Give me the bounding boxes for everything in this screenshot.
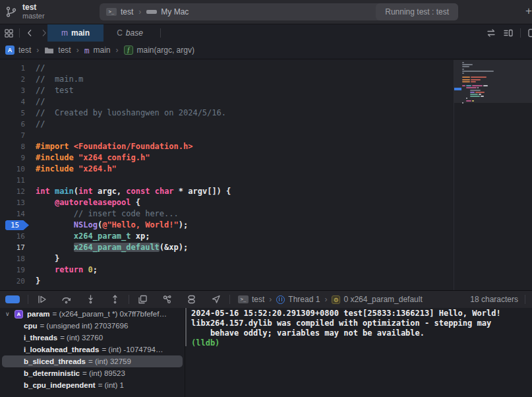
- line-number[interactable]: 12: [0, 186, 30, 197]
- scheme-target-label[interactable]: test: [121, 7, 133, 16]
- variable-row[interactable]: i_lookahead_threads= (int) -1074794…: [2, 344, 183, 355]
- line-number[interactable]: 6: [0, 119, 30, 130]
- code-editor[interactable]: 1//2// main.m3// test4//5// Created by l…: [0, 60, 532, 290]
- minimap-line: [470, 90, 481, 91]
- swap-editor-icon[interactable]: [486, 28, 496, 38]
- jumpbar-item-file[interactable]: main: [94, 46, 111, 55]
- line-number[interactable]: 14: [0, 208, 30, 220]
- step-into-button[interactable]: [85, 294, 96, 305]
- code-line[interactable]: 5// Created by luoshangwen on 2024/5/16.: [0, 107, 454, 119]
- chevron-separator: ›: [115, 46, 120, 55]
- jumpbar-item-project[interactable]: test: [18, 46, 31, 55]
- back-chevron-icon[interactable]: [25, 28, 34, 38]
- code-line[interactable]: 14 // insert code here...: [0, 208, 454, 220]
- code-line[interactable]: 11: [0, 175, 454, 186]
- variable-row[interactable]: ∨Aparam= (x264_param_t *) 0x7ff7bfefef…: [2, 308, 183, 320]
- jumpbar-item-group[interactable]: test: [58, 46, 71, 55]
- scheme-destination-label[interactable]: My Mac: [161, 7, 189, 16]
- editor-grid-icon[interactable]: [4, 28, 14, 38]
- line-number[interactable]: 3: [0, 85, 30, 96]
- variable-row[interactable]: cpu= (unsigned int) 27037696: [2, 320, 183, 332]
- variables-view[interactable]: ∨Aparam= (x264_param_t *) 0x7ff7bfefef…c…: [0, 308, 185, 397]
- code-text: [30, 130, 36, 141]
- code-line[interactable]: 6//: [0, 119, 454, 130]
- code-line[interactable]: 8#import <Foundation/Foundation.h>: [0, 141, 454, 152]
- line-number[interactable]: 11: [0, 175, 30, 186]
- line-number[interactable]: 2: [0, 74, 30, 85]
- scheme-selector[interactable]: >_ test › My Mac Running test : test: [100, 3, 458, 20]
- jumpbar-item-symbol[interactable]: main(argc, argv): [137, 46, 194, 55]
- line-number[interactable]: 19: [0, 264, 30, 276]
- console-line: 2024-05-16 15:52:20.291309+0800 test[258…: [191, 309, 532, 319]
- debug-frame-label[interactable]: 0 x264_param_default: [343, 295, 422, 304]
- simulate-location-icon[interactable]: [210, 294, 222, 305]
- line-number[interactable]: 17: [0, 242, 30, 253]
- environment-overrides-icon[interactable]: [186, 294, 197, 305]
- breakpoint-badge[interactable]: 15: [5, 220, 29, 230]
- minimap[interactable]: [454, 60, 532, 290]
- code-line[interactable]: 4//: [0, 96, 454, 107]
- code-line[interactable]: 3// test: [0, 85, 454, 96]
- line-number[interactable]: 8: [0, 141, 30, 152]
- minimap-line: [462, 64, 473, 65]
- variable-row[interactable]: b_deterministic= (int) 89523: [2, 367, 183, 379]
- memory-graph-icon[interactable]: [162, 294, 173, 305]
- console-output[interactable]: 2024-05-16 15:52:20.291309+0800 test[258…: [187, 308, 532, 397]
- line-number[interactable]: 16: [0, 231, 30, 242]
- variable-name: param: [27, 310, 50, 318]
- code-line[interactable]: 9#include "x264_config.h": [0, 152, 454, 164]
- line-number[interactable]: 10: [0, 164, 30, 175]
- tab-main[interactable]: m main: [47, 24, 103, 42]
- line-number[interactable]: 1: [0, 63, 30, 74]
- scheme-target-destination[interactable]: >_ test › My Mac: [100, 7, 189, 16]
- add-editor-icon[interactable]: [527, 28, 532, 38]
- debug-target-label[interactable]: test: [252, 295, 264, 304]
- line-number[interactable]: 18: [0, 253, 30, 264]
- code-text: [30, 175, 36, 186]
- breakpoints-toggle-button[interactable]: [5, 295, 20, 303]
- code-line[interactable]: 20}: [0, 276, 454, 287]
- disclosure-chevron-icon[interactable]: ∨: [5, 311, 15, 317]
- line-number[interactable]: 9: [0, 152, 30, 164]
- code-text: #include "x264_config.h": [30, 152, 150, 164]
- code-line[interactable]: 13 @autoreleasepool {: [0, 197, 454, 208]
- variable-row[interactable]: b_sliced_threads= (int) 32759: [2, 355, 183, 367]
- code-line[interactable]: 17 x264_param_default(&xp);: [0, 242, 454, 253]
- line-number[interactable]: 15: [0, 220, 30, 231]
- continue-button[interactable]: [36, 294, 47, 305]
- activity-status-text: Running test : test: [385, 7, 449, 16]
- variable-name: i_threads: [24, 334, 57, 342]
- library-add-button[interactable]: +: [525, 5, 532, 18]
- tab-base[interactable]: C base: [103, 24, 156, 42]
- project-header[interactable]: test master: [5, 3, 45, 20]
- code-line[interactable]: 12int main(int argc, const char * argv[]…: [0, 186, 454, 197]
- console-scrollbar[interactable]: [185, 308, 187, 346]
- code-line[interactable]: 7: [0, 130, 454, 141]
- line-number[interactable]: 13: [0, 197, 30, 208]
- code-line[interactable]: 10#include "x264.h": [0, 164, 454, 175]
- code-line[interactable]: 19 return 0;: [0, 264, 454, 276]
- line-number[interactable]: 20: [0, 276, 30, 287]
- step-over-button[interactable]: [61, 294, 72, 305]
- code-text: // insert code here...: [30, 208, 179, 220]
- code-line[interactable]: 16 x264_param_t xp;: [0, 231, 454, 242]
- variable-row[interactable]: i_threads= (int) 32760: [2, 332, 183, 344]
- line-number[interactable]: 5: [0, 107, 30, 119]
- step-out-button[interactable]: [109, 294, 121, 305]
- line-number[interactable]: 7: [0, 130, 30, 141]
- minimap-line: [462, 85, 465, 86]
- code-line[interactable]: 18 }: [0, 253, 454, 264]
- code-line[interactable]: 1//: [0, 63, 454, 74]
- xcode-window: test master >_ test › My Mac Running tes…: [0, 0, 532, 397]
- divider: [229, 295, 230, 304]
- code-line[interactable]: 2// main.m: [0, 74, 454, 85]
- code-lines[interactable]: 1//2// main.m3// test4//5// Created by l…: [0, 63, 454, 287]
- code-line[interactable]: 15 NSLog(@"Hello, World!");: [0, 220, 454, 231]
- variable-row[interactable]: b_cpu_independent= (int) 1: [2, 379, 183, 391]
- activity-viewer[interactable]: Running test : test: [376, 3, 458, 20]
- debug-thread-label[interactable]: Thread 1: [288, 295, 320, 304]
- editor-options-icon[interactable]: [503, 28, 514, 38]
- debug-area: ∨Aparam= (x264_param_t *) 0x7ff7bfefef…c…: [0, 308, 532, 397]
- view-debugger-icon[interactable]: [137, 294, 148, 305]
- line-number[interactable]: 4: [0, 96, 30, 107]
